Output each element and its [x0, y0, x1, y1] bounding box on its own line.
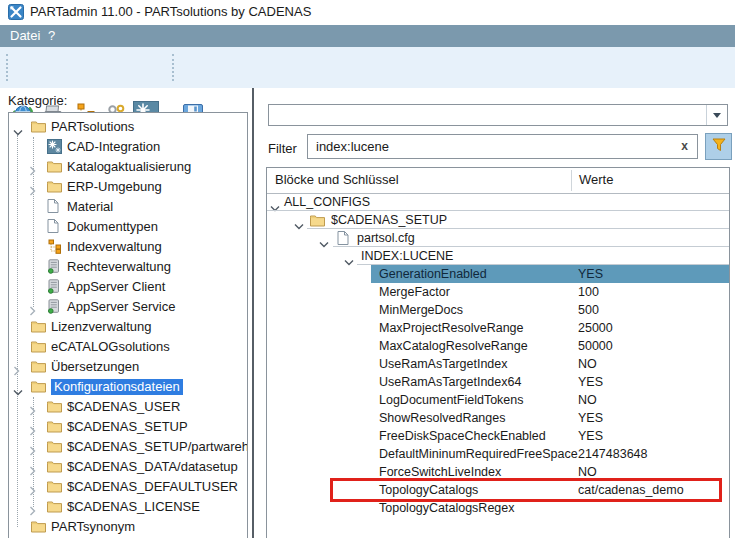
- filter-label: Filter: [268, 141, 297, 156]
- config-block-row[interactable]: partsol.cfg: [267, 229, 729, 247]
- key-label: GenerationEnabled: [379, 267, 487, 281]
- sidebar-item-label: AppServer Client: [67, 279, 165, 295]
- config-key-row[interactable]: MaxProjectResolveRange25000: [267, 319, 729, 337]
- config-key-row[interactable]: UseRamAsTargetIndex64YES: [267, 373, 729, 391]
- config-key-row[interactable]: DefaultMininumRequiredFreeSpace214748364…: [267, 445, 729, 463]
- folder-icon: [47, 439, 63, 455]
- sidebar-item-lizenzverwaltung[interactable]: Lizenzverwaltung: [9, 317, 247, 337]
- chevron-down-icon[interactable]: [13, 382, 25, 394]
- key-value: NO: [578, 357, 597, 371]
- sidebar-item--cadenas-data-datasetup[interactable]: $CADENAS_DATA/datasetup: [9, 457, 247, 477]
- sidebar-item-appserver-service[interactable]: AppServer Service: [9, 297, 247, 317]
- folder-icon: [31, 519, 47, 535]
- block-label: $CADENAS_SETUP: [331, 213, 447, 227]
- chevron-right-icon[interactable]: [29, 162, 41, 174]
- block-label: ALL_CONFIGS: [284, 195, 370, 209]
- folder-icon: [47, 419, 63, 435]
- config-key-row[interactable]: ShowResolvedRangesYES: [267, 409, 729, 427]
- chevron-right-icon[interactable]: [29, 402, 41, 414]
- chevron-right-icon[interactable]: [29, 422, 41, 434]
- sidebar-item-label: $CADENAS_SETUP: [67, 419, 188, 435]
- folder-icon: [31, 119, 47, 135]
- key-value: 2147483648: [578, 447, 648, 461]
- sidebar-item-label: PARTsolutions: [51, 119, 134, 135]
- sidebar-item--cadenas-setup-partwarehou[interactable]: $CADENAS_SETUP/partwarehou: [9, 437, 247, 457]
- chevron-right-icon[interactable]: [29, 182, 41, 194]
- config-key-row[interactable]: MaxCatalogResolveRange50000: [267, 337, 729, 355]
- apply-filter-button[interactable]: [705, 133, 732, 160]
- sidebar-item-label: Rechteverwaltung: [67, 259, 171, 275]
- sidebar-item--cadenas-license[interactable]: $CADENAS_LICENSE: [9, 497, 247, 517]
- sidebar-item-erp-umgebung[interactable]: ERP-Umgebung: [9, 177, 247, 197]
- sidebar-item-katalogaktualisierung[interactable]: Katalogaktualisierung: [9, 157, 247, 177]
- key-value: YES: [578, 429, 603, 443]
- config-key-row[interactable]: MinMergeDocs500: [267, 301, 729, 319]
- filter-clear-button[interactable]: x: [681, 139, 688, 153]
- chevron-right-icon[interactable]: [29, 442, 41, 454]
- sidebar-item-dokumenttypen[interactable]: Dokumenttypen: [9, 217, 247, 237]
- chevron-right-icon[interactable]: [29, 302, 41, 314]
- config-block-row[interactable]: $CADENAS_SETUP: [267, 211, 729, 229]
- chevron-down-icon[interactable]: [13, 122, 25, 134]
- partadmin-window: PARTadmin 11.00 - PARTsolutions by CADEN…: [0, 0, 735, 538]
- sidebar-item-indexverwaltung[interactable]: Indexverwaltung: [9, 237, 247, 257]
- config-key-row[interactable]: FreeDiskSpaceCheckEnabledYES: [267, 427, 729, 445]
- sidebar-item-label: Übersetzungen: [51, 359, 139, 375]
- title-bar: PARTadmin 11.00 - PARTsolutions by CADEN…: [0, 0, 735, 25]
- combobox-dropdown-button[interactable]: [706, 105, 727, 125]
- chevron-right-icon[interactable]: [29, 462, 41, 474]
- window-title: PARTadmin 11.00 - PARTsolutions by CADEN…: [30, 4, 311, 19]
- sidebar-item-rechteverwaltung[interactable]: Rechteverwaltung: [9, 257, 247, 277]
- config-key-row[interactable]: GenerationEnabledYES: [267, 265, 729, 283]
- toolbar-grip: [6, 54, 8, 81]
- sidebar-item--cadenas-setup[interactable]: $CADENAS_SETUP: [9, 417, 247, 437]
- menu-help[interactable]: ?: [48, 28, 55, 43]
- filter-input[interactable]: index:lucene x: [307, 134, 698, 159]
- menu-datei[interactable]: Datei: [10, 28, 40, 43]
- chevron-right-icon[interactable]: [29, 482, 41, 494]
- column-header-values[interactable]: Werte: [579, 172, 613, 187]
- key-label: FreeDiskSpaceCheckEnabled: [379, 429, 546, 443]
- sidebar-item-partsolutions[interactable]: PARTsolutions: [9, 117, 247, 137]
- key-value: NO: [578, 465, 597, 479]
- document-icon: [337, 231, 352, 245]
- block-label: partsol.cfg: [357, 231, 415, 245]
- sidebar-item--cadenas-defaultuser[interactable]: $CADENAS_DEFAULTUSER: [9, 477, 247, 497]
- sidebar-item-label: ERP-Umgebung: [67, 179, 162, 195]
- key-value: YES: [578, 375, 603, 389]
- config-key-row[interactable]: LogDocumentFieldTokensNO: [267, 391, 729, 409]
- sidebar-item-label: $CADENAS_SETUP/partwarehou: [67, 439, 248, 455]
- red-highlight-annotation: [330, 478, 722, 502]
- sidebar-item-label: Dokumenttypen: [67, 219, 158, 235]
- sidebar-item-label: PARTsynonym: [51, 519, 135, 535]
- panel-splitter[interactable]: [252, 88, 254, 538]
- column-divider[interactable]: [571, 170, 572, 191]
- app-icon: [8, 4, 24, 20]
- sidebar-item--bersetzungen[interactable]: Übersetzungen: [9, 357, 247, 377]
- sidebar-item-partsynonym[interactable]: PARTsynonym: [9, 517, 247, 537]
- sidebar-item-konfigurationsdateien[interactable]: Konfigurationsdateien: [9, 377, 247, 397]
- config-block-row[interactable]: INDEX:LUCENE: [267, 247, 729, 265]
- key-label: DefaultMininumRequiredFreeSpace: [379, 447, 578, 461]
- config-key-row[interactable]: MergeFactor100: [267, 283, 729, 301]
- key-value: NO: [578, 393, 597, 407]
- sidebar-item-cad-integration[interactable]: CAD-Integration: [9, 137, 247, 157]
- sidebar-item--cadenas-user[interactable]: $CADENAS_USER: [9, 397, 247, 417]
- config-file-combobox[interactable]: [268, 104, 728, 126]
- config-block-row[interactable]: ALL_CONFIGS: [267, 193, 729, 211]
- sidebar-item-material[interactable]: Material: [9, 197, 247, 217]
- key-label: ForceSwitchLiveIndex: [379, 465, 501, 479]
- table-rows: ALL_CONFIGS$CADENAS_SETUPpartsol.cfgINDE…: [267, 193, 729, 538]
- key-label: UseRamAsTargetIndex64: [379, 375, 521, 389]
- sidebar-item-ecatalogsolutions[interactable]: eCATALOGsolutions: [9, 337, 247, 357]
- folder-icon: [47, 179, 63, 195]
- folder-icon: [47, 159, 63, 175]
- config-key-row[interactable]: UseRamAsTargetIndexNO: [267, 355, 729, 373]
- key-label: MinMergeDocs: [379, 303, 463, 317]
- column-header-blocks-keys[interactable]: Blöcke und Schlüssel: [275, 172, 399, 187]
- chevron-right-icon[interactable]: [29, 502, 41, 514]
- chevron-right-icon[interactable]: [13, 362, 25, 374]
- menu-bar: Datei ?: [0, 25, 735, 47]
- sidebar-item-label: Konfigurationsdateien: [51, 379, 183, 395]
- sidebar-item-appserver-client[interactable]: AppServer Client: [9, 277, 247, 297]
